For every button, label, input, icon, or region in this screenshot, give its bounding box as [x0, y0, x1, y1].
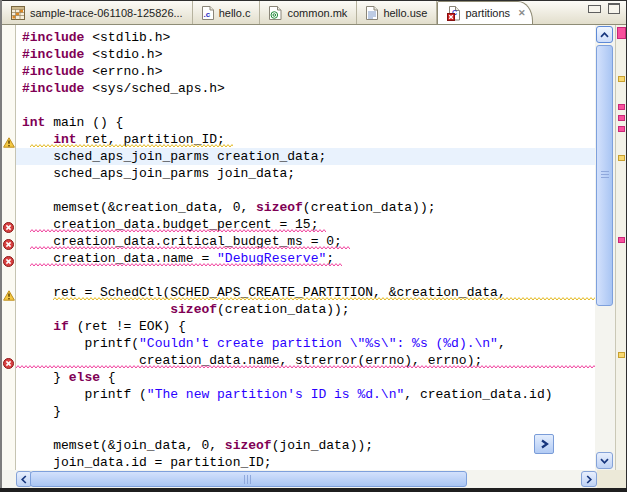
warning-marker-icon[interactable]: [3, 287, 15, 305]
code-line[interactable]: }: [22, 403, 61, 420]
overview-error-indicator[interactable]: [617, 27, 626, 39]
code-line[interactable]: #include <sys/sched_aps.h>: [22, 80, 225, 97]
code-line[interactable]: #include <errno.h>: [22, 63, 162, 80]
tab-label: common.mk: [287, 7, 347, 19]
error-squiggle: [30, 229, 326, 233]
next-annotation-button[interactable]: [534, 434, 554, 454]
tab-label: hello.c: [219, 7, 251, 19]
minimize-button[interactable]: [588, 5, 601, 13]
code-line[interactable]: sched_aps_join_parms join_data;: [22, 165, 295, 182]
window-border-top: [0, 0, 627, 1]
scroll-right-button[interactable]: [581, 471, 597, 487]
error-squiggle: [30, 263, 342, 267]
warning-squiggle: [53, 297, 595, 301]
code-line[interactable]: sched_aps_join_parms creation_data;: [22, 148, 326, 165]
code-line[interactable]: #include <stdio.h>: [22, 46, 162, 63]
trace-icon: [11, 6, 25, 20]
scroll-down-button[interactable]: [596, 452, 613, 469]
horizontal-scrollbar[interactable]: [2, 470, 627, 488]
c-file-error-icon: C: [447, 6, 460, 21]
code-line[interactable]: memset(&join_data, 0, sizeof(join_data))…: [22, 437, 373, 454]
tab-label: sample-trace-061108-125826...: [30, 7, 183, 19]
code-line[interactable]: int main () {: [22, 114, 123, 131]
tab-partitions[interactable]: Cpartitions✕: [437, 1, 532, 24]
window-controls: [588, 3, 620, 14]
overview-error-marker[interactable]: [618, 126, 625, 132]
error-marker-icon[interactable]: [3, 355, 14, 373]
scrollbar-corner: [597, 470, 627, 488]
window-border-left: [0, 0, 2, 492]
marker-gutter: [2, 25, 16, 470]
c-file-icon: .c: [202, 6, 214, 20]
overview-error-marker[interactable]: [618, 115, 625, 121]
code-line[interactable]: sizeof(creation_data));: [22, 301, 350, 318]
error-squiggle: [16, 365, 595, 369]
overview-warning-marker[interactable]: [618, 76, 625, 82]
tab-label: hello.use: [383, 7, 427, 19]
horizontal-scrollbar-thumb[interactable]: [30, 471, 467, 487]
maximize-button[interactable]: [608, 3, 620, 14]
svg-text:.c: .c: [203, 10, 210, 19]
code-line[interactable]: if (ret != EOK) {: [22, 318, 186, 335]
window-border-bottom: [0, 488, 627, 492]
scroll-up-button[interactable]: [596, 26, 613, 43]
overview-warning-marker[interactable]: [618, 352, 625, 358]
overview-warning-marker[interactable]: [618, 155, 625, 161]
error-marker-icon[interactable]: [3, 253, 14, 271]
error-squiggle: [30, 246, 350, 250]
code-line[interactable]: } else {: [22, 369, 116, 386]
tab-bar: sample-trace-061108-125826....chello.cco…: [0, 1, 627, 25]
tab-sample-trace[interactable]: sample-trace-061108-125826...: [2, 1, 193, 24]
makefile-icon: [269, 6, 282, 20]
warning-squiggle: [30, 144, 233, 148]
tab-hello-use[interactable]: hello.use: [357, 1, 437, 24]
tab-hello-c[interactable]: .chello.c: [193, 1, 261, 24]
code-line[interactable]: #include <stdlib.h>: [22, 29, 170, 46]
usemsg-file-icon: [366, 6, 378, 20]
code-line[interactable]: printf ("The new partition's ID is %d.\n…: [22, 386, 553, 403]
close-tab-icon[interactable]: ✕: [515, 8, 526, 18]
vertical-scrollbar[interactable]: [595, 25, 615, 470]
editor-pane: sample-trace-061108-125826....chello.cco…: [0, 0, 627, 492]
code-line[interactable]: memset(&creation_data, 0, sizeof(creatio…: [22, 199, 435, 216]
code-line[interactable]: printf("Couldn't create partition \"%s\"…: [22, 335, 506, 352]
tab-label: partitions: [465, 7, 510, 19]
code-line[interactable]: join_data.id = partition_ID;: [22, 454, 272, 470]
error-marker-icon[interactable]: [3, 236, 14, 254]
chevron-right-icon: [540, 435, 549, 453]
warning-marker-icon[interactable]: [3, 134, 15, 152]
code-editor[interactable]: #include <stdlib.h>#include <stdio.h>#in…: [16, 25, 595, 470]
vertical-scrollbar-thumb[interactable]: [596, 45, 613, 306]
tab-common-mk[interactable]: common.mk: [260, 1, 357, 24]
overview-error-marker[interactable]: [618, 237, 625, 243]
overview-error-marker[interactable]: [618, 104, 625, 110]
error-marker-icon[interactable]: [3, 219, 14, 237]
